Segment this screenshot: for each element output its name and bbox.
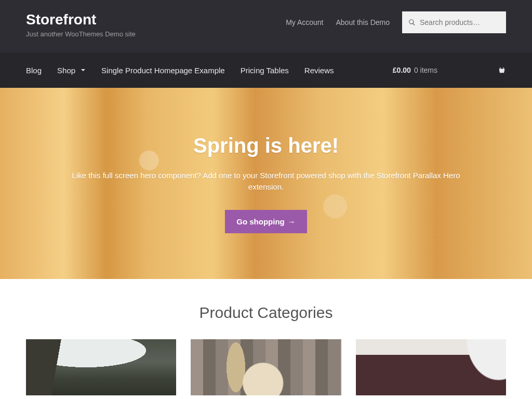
cart-items-count: 0 items [414, 66, 437, 74]
top-header: Storefront Just another WooThemes Demo s… [0, 0, 532, 52]
nav-shop[interactable]: Shop [57, 66, 86, 75]
branding: Storefront Just another WooThemes Demo s… [26, 11, 286, 38]
section-title: Product Categories [26, 304, 506, 322]
category-card[interactable] [26, 339, 176, 395]
hero-text: Like this full screen hero component? Ad… [69, 170, 463, 193]
primary-nav-items: Blog Shop Single Product Homepage Exampl… [26, 66, 334, 75]
header-right: My Account About this Demo [286, 11, 506, 33]
hero-title: Spring is here! [193, 134, 339, 157]
nav-my-account[interactable]: My Account [286, 18, 323, 26]
cart-amount: £0.00 [393, 66, 411, 74]
primary-nav: Blog Shop Single Product Homepage Exampl… [0, 52, 532, 88]
search-box[interactable] [402, 11, 506, 33]
product-categories-section: Product Categories [0, 279, 532, 395]
hero: Spring is here! Like this full screen he… [0, 88, 532, 279]
search-input[interactable] [420, 18, 500, 26]
arrow-right-icon: → [288, 217, 296, 226]
category-grid [26, 339, 506, 395]
site-description: Just another WooThemes Demo site [26, 30, 286, 38]
site-title[interactable]: Storefront [26, 11, 286, 28]
secondary-nav: My Account About this Demo [286, 18, 390, 26]
nav-blog[interactable]: Blog [26, 66, 42, 75]
nav-reviews[interactable]: Reviews [304, 66, 334, 75]
search-icon [408, 19, 416, 26]
nav-single-product[interactable]: Single Product Homepage Example [101, 66, 225, 75]
hero-button-label: Go shopping [236, 217, 284, 226]
category-card[interactable] [356, 339, 506, 395]
nav-about-demo[interactable]: About this Demo [336, 18, 390, 26]
category-card[interactable] [191, 339, 341, 395]
go-shopping-button[interactable]: Go shopping → [225, 210, 307, 233]
nav-pricing-tables[interactable]: Pricing Tables [241, 66, 289, 75]
cart-link[interactable]: £0.00 0 items [393, 66, 506, 74]
basket-icon [498, 66, 506, 74]
nav-shop-label: Shop [57, 66, 75, 75]
chevron-down-icon [81, 68, 86, 73]
